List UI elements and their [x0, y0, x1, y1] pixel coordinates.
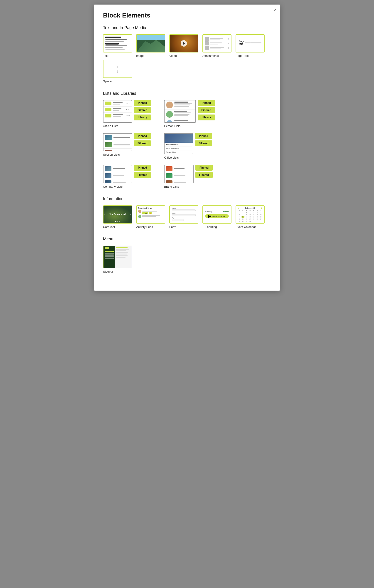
- elearning-passed-label: Passed: [223, 211, 229, 212]
- calendar-month-title: October 2019: [245, 207, 255, 209]
- block-label-brand-lists: Brand Lists: [164, 185, 179, 188]
- block-item-video[interactable]: Video: [169, 34, 198, 57]
- sidebar-nav-item-4: [105, 256, 114, 257]
- menu-section: Menu: [103, 237, 271, 273]
- page-title-thumb: Page title: [236, 34, 265, 52]
- cal-cell-12: 12: [255, 214, 259, 216]
- cal-day-t2: T: [252, 210, 255, 212]
- cal-cell-30: 30: [245, 220, 248, 222]
- text-thumb: [103, 34, 132, 52]
- person-list-block: Pinned Filtered Library: [164, 100, 215, 123]
- close-button[interactable]: ×: [274, 8, 276, 12]
- block-label-page-title: Page Title: [236, 54, 249, 57]
- block-label-activity-feed: Activity Feed: [136, 225, 153, 229]
- form-name-field: Name: [172, 208, 196, 211]
- block-label-person-lists: Person Lists: [164, 124, 181, 128]
- cal-cell-28: 28: [238, 220, 241, 222]
- activity-avatar-1: [138, 210, 142, 213]
- block-item-article-lists[interactable]: 👁 25 👁 5.0: [103, 100, 151, 128]
- section-title-text-media: Text and In-Page Media: [103, 25, 271, 30]
- article-list-thumb: 👁 25 👁 5.0: [103, 100, 132, 123]
- sidebar-nav-panel: [103, 246, 115, 268]
- calendar-prev-icon: ◀: [238, 207, 239, 209]
- block-item-office-lists[interactable]: London Office New York Office Tokyo Offi…: [164, 133, 212, 159]
- block-item-section-lists[interactable]: Pinned Filtered Section Lists: [103, 133, 151, 159]
- block-item-activity-feed[interactable]: Recent activity La 📍 Map 👍: [136, 205, 165, 229]
- information-grid: ‹ Title for Carousel › Carousel Recent a…: [103, 205, 271, 229]
- lists-section: Lists and Libraries 👁 25: [103, 91, 271, 188]
- block-item-form[interactable]: Name Email Age ▼ Form: [169, 205, 198, 229]
- text-media-section: Text and In-Page Media Text: [103, 25, 271, 83]
- cal-cell-5: 5: [255, 212, 259, 214]
- person-list-thumb: [164, 100, 196, 123]
- form-name-input: [172, 210, 196, 211]
- carousel-thumb: ‹ Title for Carousel ›: [103, 205, 132, 224]
- activity-feed-thumb: Recent activity La 📍 Map 👍: [136, 205, 165, 224]
- block-item-spacer[interactable]: ↑ ↓ Spacer: [103, 60, 132, 83]
- cal-cell-3: 3: [249, 212, 252, 214]
- block-item-company-lists[interactable]: Pinned Filtered Company Lists: [103, 165, 151, 188]
- calendar-next-icon: ▶: [261, 207, 263, 209]
- person-library-btn[interactable]: Library: [198, 115, 215, 120]
- cal-day-t1: T: [245, 210, 248, 212]
- block-label-carousel: Carousel: [103, 225, 115, 229]
- person-filtered-btn[interactable]: Filtered: [198, 107, 215, 113]
- form-email-label: Email: [172, 212, 196, 214]
- brand-pinned-btn[interactable]: Pinned: [195, 165, 212, 171]
- cal-day-w: W: [249, 210, 252, 212]
- brand-filtered-btn[interactable]: Filtered: [195, 172, 212, 178]
- office-pinned-btn[interactable]: Pinned: [195, 133, 212, 139]
- article-pinned-btn[interactable]: Pinned: [134, 100, 151, 106]
- lists-row-3: Pinned Filtered Company Lists: [103, 165, 271, 188]
- cal-day-s2: S: [259, 210, 263, 212]
- block-item-text[interactable]: Text: [103, 34, 132, 57]
- cal-cell-empty-1: [238, 212, 241, 214]
- block-item-image[interactable]: Image: [136, 34, 165, 57]
- person-pinned-btn[interactable]: Pinned: [198, 100, 215, 106]
- block-item-attachments[interactable]: Attachments: [202, 34, 232, 57]
- video-thumb: [169, 34, 198, 52]
- cal-cell-14: 14: [238, 216, 241, 218]
- sidebar-nav-item-5: [105, 258, 114, 259]
- cal-cell-17: 17: [249, 216, 252, 218]
- block-item-person-lists[interactable]: Pinned Filtered Library Person Lists: [164, 100, 215, 128]
- article-library-btn[interactable]: Library: [134, 115, 151, 120]
- cal-day-f: F: [255, 210, 259, 212]
- activity-tag-map: 📍 Map: [142, 212, 148, 214]
- cal-cell-16: 16: [245, 216, 248, 218]
- sidebar-thumb: [103, 246, 132, 268]
- block-elements-modal: × Block Elements Text and In-Page Media: [94, 5, 280, 291]
- block-item-page-title[interactable]: Page title Page Title: [236, 34, 265, 57]
- company-list-thumb: [103, 165, 132, 183]
- company-filtered-btn[interactable]: Filtered: [134, 172, 151, 178]
- block-item-event-calendar[interactable]: ◀ October 2019 ▶ S M T W T F S 1: [236, 205, 265, 229]
- form-email-field: Email: [172, 212, 196, 216]
- calendar-thumb: ◀ October 2019 ▶ S M T W T F S 1: [236, 205, 265, 224]
- spacer-arrows-icon: ↑ ↓: [117, 64, 119, 74]
- carousel-dot-2: [117, 221, 118, 222]
- cal-cell-22: 22: [241, 218, 245, 220]
- cal-cell-1: 1: [241, 212, 245, 214]
- cal-cell-25: 25: [252, 218, 255, 220]
- block-item-elearning[interactable]: eLearning Passed ▶ Launch eLearning E-Le…: [202, 205, 232, 229]
- brand-list-thumb: [164, 165, 193, 183]
- image-thumb: [136, 34, 165, 52]
- block-item-carousel[interactable]: ‹ Title for Carousel › Carousel: [103, 205, 132, 229]
- block-label-office-lists: Office Lists: [164, 156, 179, 159]
- company-pinned-btn[interactable]: Pinned: [134, 165, 151, 171]
- block-item-brand-lists[interactable]: Pinned Filtered Brand Lists: [164, 165, 212, 188]
- carousel-dot-1: [115, 221, 116, 222]
- cal-cell-11: 11: [252, 214, 255, 216]
- cal-cell-18: 18: [252, 216, 255, 218]
- section-pinned-btn[interactable]: Pinned: [134, 133, 151, 139]
- carousel-next-icon: ›: [130, 213, 131, 216]
- cal-cell-2: 2: [245, 212, 248, 214]
- article-filtered-btn[interactable]: Filtered: [134, 107, 151, 113]
- block-label-sidebar: Sidebar: [103, 270, 113, 273]
- cal-cell-27: 27: [259, 218, 263, 220]
- block-item-sidebar[interactable]: Sidebar: [103, 246, 132, 273]
- block-label-article-lists: Article Lists: [103, 124, 118, 128]
- section-filtered-btn[interactable]: Filtered: [134, 140, 151, 146]
- office-filtered-btn[interactable]: Filtered: [195, 140, 212, 146]
- lists-row-1: 👁 25 👁 5.0: [103, 100, 271, 128]
